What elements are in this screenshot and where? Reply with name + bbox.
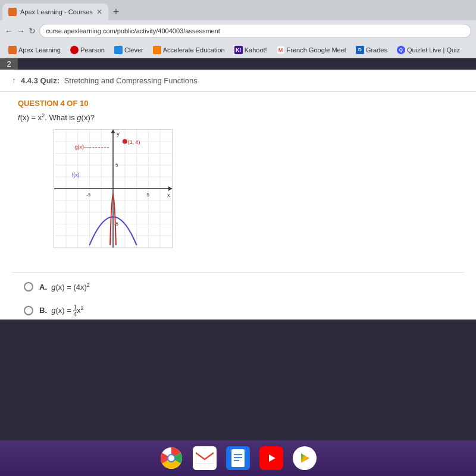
- bookmarks-bar: Apex Learning Pearson Clever Accelerate …: [0, 42, 476, 58]
- svg-marker-21: [111, 130, 115, 133]
- quizlet-icon: Q: [397, 46, 405, 54]
- question-section: Question 4 of 10 f(x) = x2. What is g(x)…: [0, 92, 476, 262]
- tab-close-button[interactable]: ✕: [96, 8, 102, 16]
- quiz-breadcrumb: 4.4.3 Quiz: Stretching and Compressing F…: [21, 76, 198, 85]
- gmail-m-icon: M: [277, 46, 285, 54]
- page-content: ↑ 4.4.3 Quiz: Stretching and Compressing…: [0, 70, 476, 320]
- svg-text:5: 5: [115, 163, 118, 168]
- kahoot-icon: K!: [234, 46, 243, 54]
- apex-learning-icon: [8, 46, 17, 54]
- svg-text:f(x): f(x): [72, 173, 80, 178]
- pearson-icon: [70, 46, 79, 54]
- section-divider: [12, 272, 464, 273]
- tab-bar: Apex Learning - Courses ✕ +: [0, 0, 476, 20]
- answer-label-b: B. g(x) = 14x2: [39, 304, 84, 318]
- radio-b[interactable]: [24, 306, 33, 315]
- address-input[interactable]: [39, 24, 471, 38]
- svg-point-28: [123, 139, 127, 144]
- browser-chrome: Apex Learning - Courses ✕ + ← → ↻ Apex L…: [0, 0, 476, 58]
- bookmark-french-google-meet[interactable]: M French Google Meet: [273, 45, 350, 55]
- gmail-taskbar-icon[interactable]: [193, 446, 217, 470]
- google-play-taskbar-icon[interactable]: [293, 446, 317, 470]
- youtube-taskbar-icon[interactable]: [259, 446, 283, 470]
- svg-marker-20: [168, 186, 172, 191]
- bookmark-pearson[interactable]: Pearson: [67, 45, 108, 55]
- svg-text:5: 5: [146, 192, 149, 198]
- active-tab[interactable]: Apex Learning - Courses ✕: [2, 4, 108, 20]
- bookmark-accelerate[interactable]: Accelerate Education: [149, 45, 228, 55]
- answer-option-a[interactable]: A. g(x) = (4x)2: [24, 282, 452, 292]
- bookmark-grades-label: Grades: [366, 46, 387, 54]
- bookmark-kahoot[interactable]: K! Kahoot!: [231, 45, 271, 55]
- question-number: Question 4 of 10: [18, 99, 458, 108]
- bookmark-clever-label: Clever: [124, 46, 143, 54]
- bookmark-french-google-meet-label: French Google Meet: [287, 46, 346, 54]
- answer-choices: A. g(x) = (4x)2 B. g(x) = 14x2 C. g(x) =…: [0, 282, 476, 320]
- svg-text:(1, 4): (1, 4): [128, 139, 140, 145]
- bookmark-accelerate-label: Accelerate Education: [163, 46, 225, 54]
- back-button[interactable]: ←: [5, 26, 13, 36]
- up-arrow-icon: ↑: [12, 76, 16, 85]
- graph-svg: x y -5 5 5 -5 g(x)— f(x): [54, 130, 172, 248]
- svg-text:x: x: [167, 192, 170, 198]
- bookmark-quizlet[interactable]: Q Quizlet Live | Quiz: [393, 45, 464, 55]
- svg-text:g(x)—: g(x)—: [75, 144, 89, 150]
- reload-button[interactable]: ↻: [29, 26, 36, 36]
- bookmark-kahoot-label: Kahoot!: [245, 46, 267, 54]
- quiz-header: ↑ 4.4.3 Quiz: Stretching and Compressing…: [0, 70, 476, 92]
- docs-taskbar-icon[interactable]: [226, 446, 250, 470]
- svg-point-35: [168, 455, 174, 461]
- graph-container: x y -5 5 5 -5 g(x)— f(x): [54, 129, 173, 248]
- new-tab-button[interactable]: +: [108, 7, 124, 17]
- question-text: f(x) = x2. What is g(x)?: [18, 112, 458, 122]
- answer-label-a: A. g(x) = (4x)2: [39, 282, 90, 292]
- bookmark-apex-learning[interactable]: Apex Learning: [5, 45, 64, 55]
- taskbar: [0, 440, 476, 476]
- address-bar: ← → ↻: [0, 20, 476, 42]
- bookmark-grades[interactable]: D Grades: [352, 45, 391, 55]
- grades-icon: D: [356, 46, 364, 54]
- tab-favicon: [8, 8, 17, 16]
- clever-icon: [114, 46, 123, 54]
- bookmark-quizlet-label: Quizlet Live | Quiz: [407, 46, 460, 54]
- svg-text:y: y: [117, 130, 120, 137]
- tab-label: Apex Learning - Courses: [20, 8, 93, 15]
- page-number-tab: 2: [0, 58, 18, 70]
- chrome-taskbar-icon[interactable]: [159, 446, 183, 470]
- bookmark-apex-label: Apex Learning: [18, 46, 61, 54]
- forward-button[interactable]: →: [17, 26, 25, 36]
- accelerate-icon: [153, 46, 161, 54]
- answer-option-b[interactable]: B. g(x) = 14x2: [24, 304, 452, 318]
- bookmark-clever[interactable]: Clever: [111, 45, 147, 55]
- radio-a[interactable]: [24, 282, 33, 292]
- svg-text:-5: -5: [86, 192, 91, 198]
- bookmark-pearson-label: Pearson: [80, 46, 105, 54]
